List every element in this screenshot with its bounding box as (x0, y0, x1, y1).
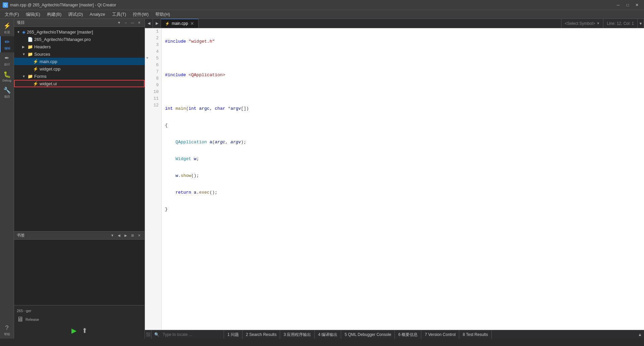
bottom-tab-vc[interactable]: 7 Version Control (421, 330, 459, 339)
menu-help[interactable]: 帮助(H) (152, 10, 173, 18)
bottom-tab-qml-debug[interactable]: 5 QML Debugger Console (341, 330, 395, 339)
menu-edit[interactable]: 编辑(E) (22, 10, 44, 18)
build-target-name: 265···ger (17, 309, 31, 313)
build-target-section: 265···ger 🖥 Release ▶ ⬆ (14, 305, 145, 339)
code-line-3: #include <QApplication> (165, 72, 644, 79)
sidebar-item-edit[interactable]: ✏ 编辑 (0, 36, 14, 52)
close-panel-button[interactable]: ✕ (137, 20, 142, 26)
bottom-tab-search[interactable]: 2 Search Results (243, 330, 280, 339)
main-cpp-label: main.cpp (40, 59, 57, 64)
paren-9: (); (191, 173, 199, 178)
close-brace: } (165, 207, 168, 212)
menu-widgets[interactable]: 控件(W) (129, 10, 152, 18)
locate-input[interactable] (161, 332, 221, 338)
collapse-button[interactable]: — (130, 20, 135, 26)
bm-prev-btn[interactable]: ◀ (116, 233, 122, 238)
bottom-tab-summary[interactable]: 6 概要信息 (395, 330, 421, 339)
run-button[interactable]: ▶ (69, 326, 79, 335)
bookmarks-header: 书签 ▼ ◀ ▶ ⊞ ✕ (14, 232, 145, 240)
panel-header-controls: ▼ ↔ — ✕ (116, 20, 142, 26)
tree-item-widget-ui[interactable]: ⚡ widget.ui (14, 80, 145, 87)
app-icon: Q (3, 2, 8, 8)
help-icon: ? (5, 325, 8, 332)
open-brace: { (165, 123, 168, 128)
argc-italic: argc (215, 140, 225, 145)
design-icon: ✒ (4, 54, 9, 62)
code-content[interactable]: #include "widget.h" #include <QApplicati… (162, 28, 644, 330)
tree-item-main-cpp[interactable]: ⚡ main.cpp (14, 58, 145, 65)
tree-item-forms[interactable]: ▼ 📁 Forms (14, 72, 145, 80)
sidebar-item-debug[interactable]: 🐛 Debug (0, 68, 14, 85)
qapp-class: QApplication (175, 140, 207, 145)
menu-file[interactable]: 文件(F) (1, 10, 22, 18)
headers-chevron-icon: ▶ (22, 45, 26, 49)
code-line-8: Widget w; (165, 156, 644, 162)
bottom-tab-test[interactable]: 8 Test Results (459, 330, 491, 339)
include-kw-3: #include (165, 72, 189, 78)
tree-item-project-root[interactable]: ▼ ◈ 265_AgritechIoTManager [master] (14, 28, 145, 36)
menu-build[interactable]: 构建(B) (44, 10, 65, 18)
menu-debug[interactable]: 调试(D) (65, 10, 86, 18)
build-target-row: 265···ger (14, 308, 145, 313)
main-func: main (175, 106, 186, 111)
tree-item-headers[interactable]: ▶ 📁 Headers (14, 43, 145, 50)
dot-9: . (178, 173, 181, 178)
comma1: , (210, 106, 215, 111)
line-num-1: 1 (145, 28, 161, 35)
sidebar-item-help[interactable]: ? 帮助 (0, 323, 14, 339)
tree-item-widget-cpp[interactable]: ⚡ widget.cpp (14, 65, 145, 72)
code-editor[interactable]: 1 2 3 4 ▼ 5 6 7 8 9 10 11 12 #include "w… (145, 28, 644, 330)
tab-close-button[interactable]: ✕ (190, 21, 194, 26)
show-func: show (181, 173, 191, 178)
tab-nav-back[interactable]: ◀ (145, 19, 153, 28)
menu-analyze[interactable]: Analyze (86, 11, 108, 18)
bookmarks-panel: 书签 ▼ ◀ ▶ ⊞ ✕ (14, 231, 145, 305)
code-line-7: QApplication a(argc, argv); (165, 139, 644, 146)
minimize-button[interactable]: ─ (614, 1, 623, 9)
bottom-tab-spacer (492, 330, 636, 339)
bottom-tab-problems[interactable]: 1 问题 (224, 330, 243, 339)
indent-9 (165, 173, 175, 178)
forms-chevron-icon: ▼ (22, 75, 26, 78)
sidebar-item-label-debug: Debug (2, 79, 11, 82)
search-icon-bottom: 🔍 (154, 332, 159, 337)
menu-tools[interactable]: 工具(T) (109, 10, 130, 18)
bottom-tab-compile[interactable]: 4 编译输出 (315, 330, 341, 339)
filter-button[interactable]: ▼ (116, 20, 122, 26)
debug-run-button[interactable]: ⬆ (80, 326, 90, 335)
bottom-panel-expand[interactable]: ▲ (636, 330, 644, 339)
code-line-9: w.show(); (165, 172, 644, 179)
bottom-panel-toggle[interactable]: ⬛ (145, 330, 152, 339)
line-num-9: 9 (145, 82, 161, 89)
build-run-buttons: ▶ ⬆ (67, 325, 92, 336)
project-root-icon: ◈ (22, 30, 25, 35)
symbol-selector[interactable]: <Select Symbol> ▼ (561, 19, 603, 28)
sidebar-item-projects[interactable]: 🔧 项目 (0, 85, 14, 101)
sources-label: Sources (34, 52, 50, 57)
tree-item-sources[interactable]: ▼ 📁 Sources (14, 50, 145, 58)
widget-ui-icon: ⚡ (33, 81, 38, 86)
tree-item-pro-file[interactable]: 📄 265_AgritechIoTManager.pro (14, 36, 145, 43)
close-button[interactable]: ✕ (633, 1, 641, 9)
maximize-button[interactable]: □ (623, 1, 632, 9)
tab-nav-forward[interactable]: ▶ (153, 19, 161, 28)
bm-filter-btn[interactable]: ▼ (110, 233, 115, 238)
tab-menu-btn[interactable]: ▼ (637, 19, 644, 28)
bm-close-btn[interactable]: ✕ (137, 233, 142, 238)
paren-10: (); (210, 190, 217, 195)
bm-next-btn[interactable]: ▶ (123, 233, 128, 238)
fold-arrow-5[interactable]: ▼ (146, 55, 148, 62)
bottom-tab-app-output[interactable]: 3 应用程序输出 (280, 330, 315, 339)
tab-spacer (199, 19, 561, 28)
tab-main-cpp[interactable]: ⚡ main.cpp ✕ (161, 19, 199, 28)
window-controls: ─ □ ✕ (614, 1, 641, 9)
sidebar-item-welcome[interactable]: ⚡ 欢迎 (0, 20, 14, 36)
search-bar-bottom[interactable]: 🔍 (152, 330, 224, 339)
bm-split-btn[interactable]: ⊞ (130, 233, 135, 238)
bottom-tabs-bar: ⬛ 🔍 1 问题 2 Search Results 3 应用程序输出 4 编译输… (145, 330, 644, 339)
line-col-display: Line: 12, Col: 1 (607, 21, 634, 26)
sync-button[interactable]: ↔ (123, 20, 128, 26)
sidebar-item-design[interactable]: ✒ 设计 (0, 52, 14, 68)
code-line-11: } (165, 206, 644, 213)
line-num-4: 4 (145, 48, 161, 55)
